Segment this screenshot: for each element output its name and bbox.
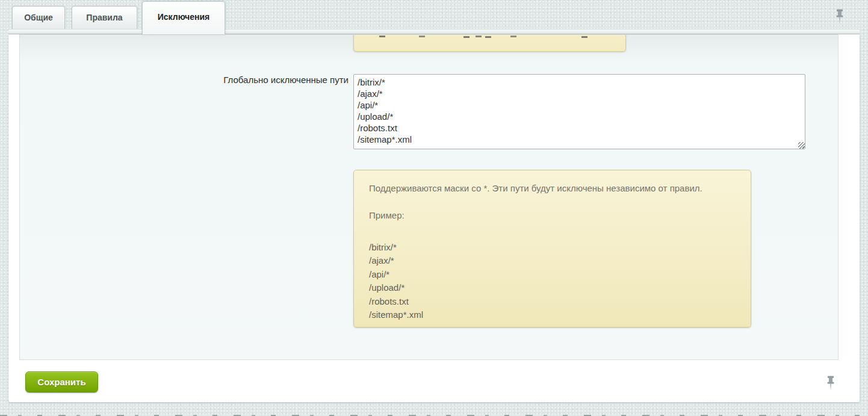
hint-example-item: /ajax/* (369, 254, 736, 267)
hint-example-item: /api/* (369, 268, 736, 281)
tab-content-area: Глобально исключенные пути /bitrix/* /aj… (19, 34, 839, 360)
hint-example-item: /robots.txt (369, 295, 736, 308)
tab-strip-bar (8, 29, 860, 34)
hint-example-label: Пример: (369, 211, 736, 220)
hint-example-item: /sitemap*.xml (369, 308, 736, 321)
tab-label: Общие (24, 13, 53, 22)
tab-label: Правила (86, 13, 122, 22)
hint-example-item: /upload/* (369, 281, 736, 294)
pin-icon[interactable] (826, 376, 835, 391)
excluded-paths-label: Глобально исключенные пути (20, 74, 349, 85)
settings-page: Общие Правила Исключения Глобально исклю… (0, 0, 868, 416)
settings-panel: Глобально исключенные пути /bitrix/* /aj… (8, 34, 860, 402)
clipped-hint-box (353, 34, 626, 52)
tab-label: Исключения (158, 12, 210, 22)
hint-example-item: /bitrix/* (369, 241, 736, 254)
hint-text: Поддерживаются маски со *. Эти пути буду… (369, 184, 736, 193)
excluded-paths-textarea[interactable]: /bitrix/* /ajax/* /api/* /upload/* /robo… (353, 74, 805, 149)
save-button[interactable]: Сохранить (25, 371, 98, 393)
clipped-text-remnant (379, 36, 385, 37)
tab-isklyucheniya[interactable]: Исключения (142, 1, 225, 34)
pin-icon[interactable] (835, 9, 845, 25)
tab-obshchie[interactable]: Общие (12, 6, 65, 29)
hint-box: Поддерживаются маски со *. Эти пути буду… (353, 170, 751, 328)
tab-pravila[interactable]: Правила (72, 6, 137, 29)
